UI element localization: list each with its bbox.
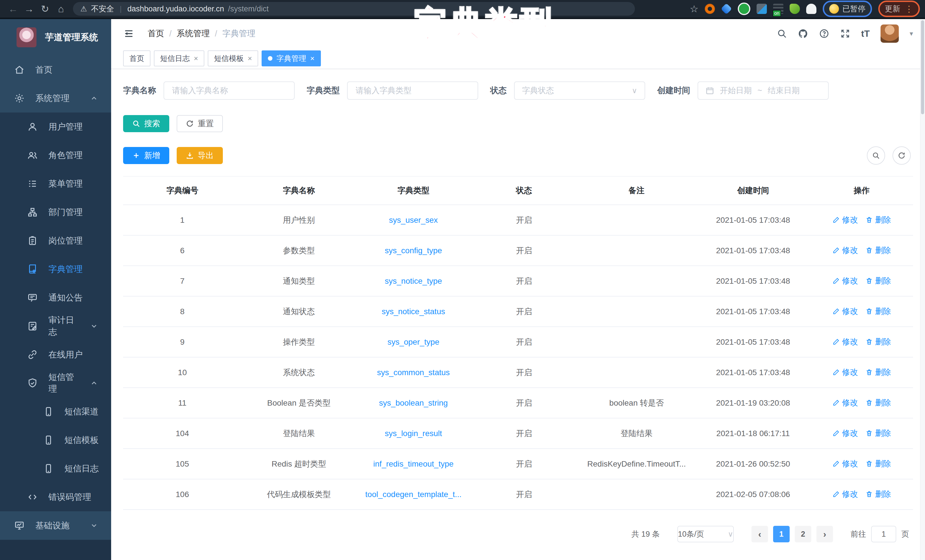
user-avatar[interactable] xyxy=(881,24,899,43)
browser-back-icon[interactable]: ← xyxy=(5,3,21,15)
dict-type-link[interactable]: sys_user_sex xyxy=(389,215,438,224)
dict-type-link[interactable]: sys_config_type xyxy=(385,246,442,255)
close-icon[interactable]: × xyxy=(194,54,198,63)
sidebar-item-infra[interactable]: 基础设施 xyxy=(0,511,111,540)
sidebar-item-error-code[interactable]: 错误码管理 xyxy=(0,483,111,511)
add-button[interactable]: 新增 xyxy=(123,147,169,164)
tab-dict-active[interactable]: 字典管理 × xyxy=(262,50,321,66)
extension-icon-gem[interactable] xyxy=(721,3,732,15)
fullscreen-icon[interactable] xyxy=(840,29,850,39)
edit-link[interactable]: 修改 xyxy=(832,336,858,347)
browser-home-icon[interactable]: ⌂ xyxy=(53,3,69,15)
extension-icon-profile[interactable] xyxy=(806,4,817,14)
search-icon[interactable] xyxy=(777,29,787,39)
search-button[interactable]: 搜索 xyxy=(123,115,169,132)
browser-menu-dots-icon[interactable]: ⋮ xyxy=(905,4,913,14)
sidebar-item-menus[interactable]: 菜单管理 xyxy=(0,170,111,198)
delete-link[interactable]: 删除 xyxy=(865,306,891,317)
close-icon[interactable]: × xyxy=(248,54,252,63)
dict-type-link[interactable]: sys_boolean_string xyxy=(379,399,448,407)
delete-link[interactable]: 删除 xyxy=(865,458,891,469)
extension-icon-green[interactable] xyxy=(738,3,750,15)
font-size-icon[interactable]: tT xyxy=(861,29,870,39)
help-icon[interactable] xyxy=(819,29,829,39)
extension-icon-squares[interactable] xyxy=(756,4,767,14)
sidebar-item-users[interactable]: 用户管理 xyxy=(0,113,111,141)
tab-sms-log[interactable]: 短信日志 × xyxy=(154,50,204,66)
extension-icon-leaf[interactable] xyxy=(789,4,800,14)
edit-link[interactable]: 修改 xyxy=(832,397,858,408)
dict-type-link[interactable]: sys_login_result xyxy=(385,429,442,438)
sidebar-item-sms-channel[interactable]: 短信渠道 xyxy=(0,397,111,426)
sidebar-item-departments[interactable]: 部门管理 xyxy=(0,198,111,226)
user-menu-caret-icon[interactable]: ▾ xyxy=(910,30,913,38)
browser-reload-icon[interactable]: ↻ xyxy=(37,3,53,15)
extension-icon-orange[interactable] xyxy=(705,4,715,14)
dict-type-input[interactable] xyxy=(355,86,470,95)
delete-link[interactable]: 删除 xyxy=(865,397,891,408)
edit-link[interactable]: 修改 xyxy=(832,214,858,225)
edit-link[interactable]: 修改 xyxy=(832,245,858,256)
status-select[interactable]: 字典状态 ∨ xyxy=(514,81,645,100)
scrollbar-thumb[interactable] xyxy=(921,20,924,114)
delete-link[interactable]: 删除 xyxy=(865,489,891,500)
browser-forward-icon[interactable]: → xyxy=(21,3,37,15)
page-button-2[interactable]: 2 xyxy=(795,526,811,542)
sidebar-item-roles[interactable]: 角色管理 xyxy=(0,141,111,170)
delete-link[interactable]: 删除 xyxy=(865,367,891,378)
delete-link[interactable]: 删除 xyxy=(865,245,891,256)
dict-name-input[interactable] xyxy=(172,86,287,95)
sidebar-item-posts[interactable]: 岗位管理 xyxy=(0,226,111,255)
goto-page-input[interactable] xyxy=(871,526,896,542)
dict-type-link[interactable]: sys_notice_type xyxy=(385,277,442,285)
delete-link[interactable]: 删除 xyxy=(865,214,891,225)
sidebar-toggle-icon[interactable] xyxy=(123,29,134,38)
edit-link[interactable]: 修改 xyxy=(832,458,858,469)
security-label[interactable]: 不安全 xyxy=(91,4,114,14)
edit-link[interactable]: 修改 xyxy=(832,275,858,286)
dict-type-link[interactable]: sys_notice_status xyxy=(381,307,445,316)
sidebar-item-audit-log[interactable]: 审计日志 xyxy=(0,312,111,340)
sidebar-item-home[interactable]: 首页 xyxy=(0,56,111,84)
sidebar-item-sms-log[interactable]: 短信日志 xyxy=(0,454,111,483)
sidebar-item-sms-template[interactable]: 短信模板 xyxy=(0,426,111,454)
sidebar-item-system[interactable]: 系统管理 xyxy=(0,84,111,113)
reset-button[interactable]: 重置 xyxy=(177,115,223,132)
dict-type-link[interactable]: sys_common_status xyxy=(377,368,450,377)
dict-type-link[interactable]: inf_redis_timeout_type xyxy=(373,459,453,468)
refresh-table-button[interactable] xyxy=(892,146,911,165)
export-button[interactable]: 导出 xyxy=(177,147,223,164)
breadcrumb-system[interactable]: 系统管理 xyxy=(177,28,210,39)
delete-link[interactable]: 删除 xyxy=(865,336,891,347)
page-button-1[interactable]: 1 xyxy=(773,526,789,542)
page-size-select[interactable]: 10条/页 ∨ xyxy=(677,526,734,542)
page-scrollbar[interactable] xyxy=(920,19,925,560)
close-icon[interactable]: × xyxy=(310,54,314,63)
delete-link[interactable]: 删除 xyxy=(865,275,891,286)
sidebar-item-dict[interactable]: 字典管理 xyxy=(0,255,111,283)
next-page-button[interactable]: › xyxy=(817,526,833,542)
address-bar[interactable]: ⚠ 不安全 | dashboard.yudao.iocoder.cn/syste… xyxy=(73,2,635,16)
delete-link[interactable]: 删除 xyxy=(865,428,891,439)
dict-type-link[interactable]: sys_oper_type xyxy=(387,337,440,346)
bookmark-star-icon[interactable]: ☆ xyxy=(690,3,699,15)
dict-type-link[interactable]: tool_codegen_template_t... xyxy=(365,490,462,499)
prev-page-button[interactable]: ‹ xyxy=(752,526,768,542)
tab-home[interactable]: 首页 xyxy=(123,50,151,66)
extension-icon-list[interactable]: on xyxy=(773,4,783,14)
edit-link[interactable]: 修改 xyxy=(832,367,858,378)
sidebar-item-sms[interactable]: 短信管理 xyxy=(0,369,111,397)
date-range-picker[interactable]: 开始日期 ~ 结束日期 xyxy=(698,81,829,100)
edit-link[interactable]: 修改 xyxy=(832,428,858,439)
breadcrumb-home[interactable]: 首页 xyxy=(148,28,164,39)
tab-sms-template[interactable]: 短信模板 × xyxy=(208,50,258,66)
github-icon[interactable] xyxy=(798,29,808,39)
edit-link[interactable]: 修改 xyxy=(832,489,858,500)
sidebar-item-online-users[interactable]: 在线用户 xyxy=(0,340,111,369)
show-search-button[interactable] xyxy=(867,146,885,165)
paused-extension-badge[interactable]: 已暂停 xyxy=(823,1,872,17)
edit-link[interactable]: 修改 xyxy=(832,306,858,317)
app-logo-row[interactable]: 芋道管理系统 xyxy=(0,19,111,56)
browser-update-button[interactable]: 更新 ⋮ xyxy=(878,1,920,17)
sidebar-item-notice[interactable]: 通知公告 xyxy=(0,283,111,312)
